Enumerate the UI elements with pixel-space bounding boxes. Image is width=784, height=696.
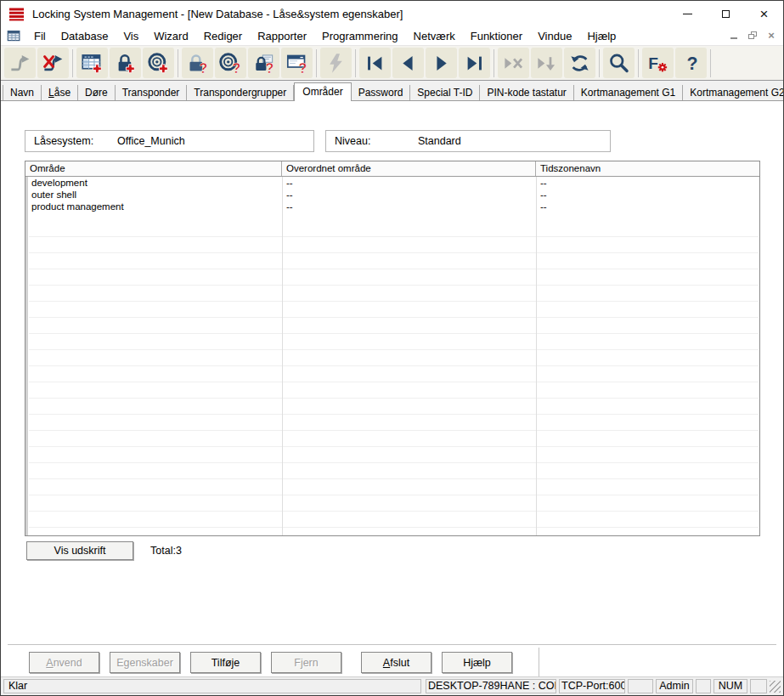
toolbar-button-search[interactable] — [603, 48, 635, 78]
tab-omrader[interactable]: Områder — [294, 82, 351, 101]
read-lock-icon: ? — [186, 52, 209, 75]
toolbar-button-nav-prev[interactable] — [392, 48, 424, 78]
toolbar-button-help[interactable]: ? — [675, 48, 707, 78]
mdi-close-button[interactable]: × — [764, 29, 779, 42]
row-selector-gutter — [25, 177, 28, 535]
title-bar: Locking System Management - [New Databas… — [1, 1, 783, 26]
menu-bar: FilDatabaseVisWizardRedigerRapporterProg… — [1, 26, 783, 45]
nav-first-icon — [364, 52, 386, 75]
print-preview-button[interactable]: Vis udskrift — [26, 541, 133, 560]
table-body: development----outer shell----product ma… — [25, 177, 759, 212]
table-header: OmrådeOverordnet områdeTidszonenavn — [25, 161, 759, 177]
menu-item-database[interactable]: Database — [54, 28, 116, 44]
toolbar-button-read-lock-card[interactable]: ? — [248, 48, 279, 78]
toolbar-separator — [72, 49, 73, 77]
tab-dore[interactable]: Døre — [78, 85, 116, 100]
tab-transpondergrupper[interactable]: Transpondergrupper — [187, 85, 294, 100]
tab-navn[interactable]: Navn — [3, 85, 42, 100]
status-panels: DESKTOP-789HANE : COM(*)TCP-Port:6001Adm… — [423, 679, 767, 693]
hjaelp-button[interactable]: Hjælp — [442, 652, 512, 673]
toolbar-button-read-lock[interactable]: ? — [182, 48, 213, 78]
minimize-button[interactable] — [668, 1, 707, 26]
tab-password[interactable]: Password — [352, 85, 411, 100]
toolbar-button-program-flash — [320, 48, 352, 78]
read-lock-card-icon: ? — [252, 52, 275, 75]
menu-items: FilDatabaseVisWizardRedigerRapporterProg… — [26, 28, 623, 44]
status-panel-tcp-port-6001: TCP-Port:6001 — [559, 679, 625, 693]
table-cell: -- — [536, 201, 759, 212]
column-header-tidszonenavn[interactable]: Tidszonenavn — [536, 161, 759, 176]
table-cell: outer shell — [25, 189, 282, 201]
add-lock-icon — [114, 52, 137, 75]
toolbar-separator — [355, 49, 356, 77]
mdi-restore-button[interactable] — [745, 29, 760, 42]
tab-transponder[interactable]: Transponder — [116, 85, 188, 100]
toolbar-button-nav-last[interactable] — [459, 48, 490, 78]
status-panel — [750, 679, 767, 693]
tab-strip: NavnLåseDøreTransponderTranspondergruppe… — [1, 81, 783, 101]
close-button[interactable]: × — [745, 1, 783, 26]
svg-text:?: ? — [233, 61, 241, 75]
tilfoje-button[interactable]: Tilføje — [190, 652, 261, 673]
toolbar-separator — [494, 49, 494, 77]
table-cell: -- — [536, 177, 759, 189]
app-logo-stripes-icon — [8, 6, 25, 22]
menu-item-fil[interactable]: Fil — [26, 28, 54, 44]
tab-kortmanagement-g2[interactable]: Kortmanagement G2 — [683, 85, 784, 100]
menu-item-programmering[interactable]: Programmering — [314, 28, 406, 44]
toolbar-button-nav-cancel — [498, 48, 529, 78]
toolbar-button-read-transponder[interactable]: ? — [215, 48, 246, 78]
tab-pin-kode-tastatur[interactable]: PIN-kode tastatur — [480, 85, 573, 100]
menu-item-funktioner[interactable]: Funktioner — [463, 28, 530, 44]
menu-item-hjaelp[interactable]: Hjælp — [579, 28, 623, 44]
menu-item-rediger[interactable]: Rediger — [196, 28, 251, 44]
status-ready-panel: Klar — [3, 679, 421, 693]
nav-skip-down-icon — [535, 52, 558, 75]
toolbar-button-new-locking-plan[interactable] — [76, 48, 108, 78]
mdi-close-icon: × — [768, 30, 775, 41]
level-label: Niveau: — [326, 135, 418, 147]
toolbar-button-add-lock[interactable] — [110, 48, 141, 78]
toolbar-button-disconnect-x[interactable] — [37, 48, 69, 78]
table-row[interactable]: product management---- — [25, 201, 759, 212]
mdi-minimize-button[interactable] — [726, 29, 742, 42]
toolbar-button-refresh[interactable] — [564, 48, 595, 78]
mdi-window-controls: × — [726, 29, 779, 42]
toolbar-button-read-window[interactable]: ? — [281, 48, 313, 78]
svg-text:?: ? — [686, 54, 697, 74]
window-title: Locking System Management - [New Databas… — [32, 8, 403, 20]
menu-item-rapporter[interactable]: Rapporter — [250, 28, 314, 44]
menu-item-vis[interactable]: Vis — [116, 28, 146, 44]
anvend-button: Anvend — [29, 652, 99, 673]
toolbar-button-nav-next[interactable] — [426, 48, 457, 78]
toolbar-button-filter-settings[interactable]: F — [642, 48, 674, 78]
resize-grip-icon[interactable] — [770, 681, 781, 693]
tab-special-t-id[interactable]: Special T-ID — [410, 85, 480, 100]
lock-system-value: Office_Munich — [117, 135, 185, 147]
column-header-overordnet-omrade[interactable]: Overordnet område — [282, 161, 536, 176]
status-panel — [696, 679, 711, 693]
toolbar-button-nav-first[interactable] — [359, 48, 391, 78]
status-panel — [628, 679, 653, 693]
table-row[interactable]: development---- — [25, 177, 759, 189]
toolbar-separator — [710, 49, 711, 77]
refresh-icon — [568, 52, 591, 75]
table-row[interactable]: outer shell---- — [25, 189, 759, 201]
afslut-button[interactable]: Afslut — [361, 652, 431, 673]
read-window-icon: ? — [285, 52, 308, 75]
menu-item-wizard[interactable]: Wizard — [146, 28, 195, 44]
mdi-restore-icon — [748, 31, 757, 39]
table-cell: product management — [25, 201, 282, 212]
tab-lase[interactable]: Låse — [42, 85, 78, 100]
toolbar-button-add-transponder[interactable] — [143, 48, 174, 78]
fjern-button: Fjern — [271, 652, 341, 673]
nav-cancel-icon — [502, 52, 525, 75]
menu-item-netvaerk[interactable]: Netværk — [406, 28, 463, 44]
minimize-icon — [683, 14, 692, 14]
maximize-button[interactable] — [707, 1, 745, 26]
connect-arrow-icon — [8, 52, 31, 75]
tab-kortmanagement-g1[interactable]: Kortmanagement G1 — [574, 85, 683, 100]
empty-rows-area — [29, 221, 759, 535]
menu-item-vindue[interactable]: Vindue — [530, 28, 579, 44]
column-header-omrade[interactable]: Område — [25, 161, 282, 176]
